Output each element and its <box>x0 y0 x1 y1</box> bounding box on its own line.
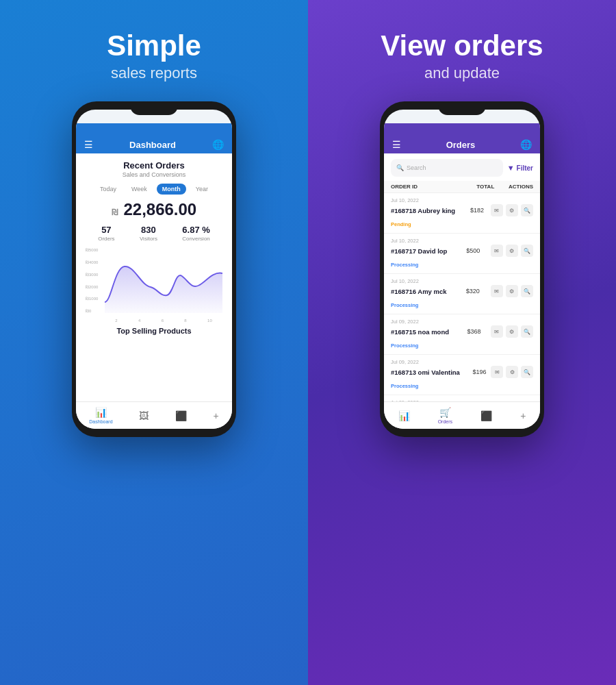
tab-year[interactable]: Year <box>190 184 214 195</box>
dashboard-title: Dashboard <box>129 140 176 150</box>
order-date-3: Jul 10, 2022 <box>391 278 533 284</box>
order-total-3: $320 <box>458 288 480 295</box>
right-panel: View orders and update ☰ Orders 🌐 🔍 <box>308 0 616 685</box>
email-btn-2[interactable]: ✉ <box>491 245 503 257</box>
right-notch <box>438 101 486 115</box>
orders-nav-orders-label: Orders <box>438 419 452 424</box>
order-actions-4: ✉ ⚙ 🔍 <box>491 325 533 338</box>
status-badge-5: Processing <box>391 382 418 390</box>
dashboard-screen: ☰ Dashboard 🌐 Recent Orders Sales and Co… <box>76 110 232 429</box>
view-btn-1[interactable]: 🔍 <box>521 204 533 216</box>
top-selling-title: Top Selling Products <box>86 327 222 335</box>
order-actions-2: ✉ ⚙ 🔍 <box>491 245 533 257</box>
dashboard-header: ☰ Dashboard 🌐 <box>76 123 232 153</box>
tab-month[interactable]: Month <box>157 184 186 195</box>
search-box[interactable]: 🔍 Search <box>391 159 503 177</box>
revenue-amount: ₪ 22,866.00 <box>86 200 222 219</box>
orders-screen: ☰ Orders 🌐 🔍 Search ▼ Filter <box>384 110 540 429</box>
left-panel: Simple sales reports ☰ Dashboard 🌐 Recen… <box>0 0 308 685</box>
orders-nav-chart-icon: 📊 <box>398 410 410 421</box>
order-row-1: Jul 10, 2022 #168718 Aubrey king $182 ✉ … <box>384 193 540 234</box>
order-actions-5: ✉ ⚙ 🔍 <box>491 366 533 378</box>
order-total-4: $368 <box>459 328 481 335</box>
status-badge-3: Processing <box>391 301 418 309</box>
orders-nav-item-3[interactable]: ⬛ <box>480 410 492 421</box>
recent-orders-title: Recent Orders <box>86 160 222 171</box>
left-panel-title: Simple <box>107 30 201 62</box>
globe-icon[interactable]: 🌐 <box>212 139 224 150</box>
order-row-3: Jul 10, 2022 #168716 Amy mck $320 ✉ ⚙ 🔍 … <box>384 274 540 314</box>
settings-btn-3[interactable]: ⚙ <box>506 285 518 297</box>
orders-nav-add[interactable]: + <box>520 410 526 421</box>
right-panel-title: View orders <box>381 30 543 62</box>
search-filter-row: 🔍 Search ▼ Filter <box>384 153 540 181</box>
left-panel-subtitle: sales reports <box>111 64 197 82</box>
order-date-4: Jul 09, 2022 <box>391 319 533 325</box>
orders-content: 🔍 Search ▼ Filter ORDER ID TOTAL ACTIONS <box>384 153 540 401</box>
visitors-stat: 830 Visitors <box>140 225 157 242</box>
orders-table-header: ORDER ID TOTAL ACTIONS <box>384 181 540 193</box>
order-date-5: Jul 09, 2022 <box>391 359 533 365</box>
nav-item-2[interactable]: 🖼 <box>139 410 149 421</box>
email-btn-4[interactable]: ✉ <box>491 325 503 338</box>
orders-header: ☰ Orders 🌐 <box>384 123 540 153</box>
notch <box>130 101 178 115</box>
order-actions-1: ✉ ⚙ 🔍 <box>491 204 533 216</box>
status-badge-4: Processing <box>391 342 418 349</box>
left-phone-frame: ☰ Dashboard 🌐 Recent Orders Sales and Co… <box>72 101 236 437</box>
order-id-name-2: #168717 David lop <box>391 247 447 255</box>
th-total: TOTAL <box>462 184 494 190</box>
nav-item-3[interactable]: ⬛ <box>175 410 187 421</box>
settings-btn-1[interactable]: ⚙ <box>506 204 518 216</box>
status-badge-2: Processing <box>391 261 418 269</box>
settings-btn-2[interactable]: ⚙ <box>506 245 518 257</box>
orders-nav-dashboard[interactable]: 📊 <box>398 410 410 421</box>
stats-row: 57 Orders 830 Visitors 6.87 % Conversion <box>86 225 222 242</box>
chart-svg <box>105 247 222 313</box>
menu-icon[interactable]: ☰ <box>84 139 93 150</box>
visitors-label: Visitors <box>140 236 157 242</box>
order-actions-3: ✉ ⚙ 🔍 <box>491 285 533 297</box>
orders-title: Orders <box>446 140 476 150</box>
th-order-id: ORDER ID <box>391 184 462 190</box>
order-id-name-1: #168718 Aubrey king <box>391 207 455 214</box>
settings-btn-5[interactable]: ⚙ <box>506 366 518 378</box>
order-date-1: Jul 10, 2022 <box>391 197 533 203</box>
orders-nav-orders[interactable]: 🛒 Orders <box>438 407 452 424</box>
orders-nav: 📊 🛒 Orders ⬛ + <box>384 401 540 429</box>
nav-icon-2: 🖼 <box>139 410 149 421</box>
filter-button[interactable]: ▼ Filter <box>507 164 533 172</box>
nav-add[interactable]: + <box>213 410 218 421</box>
chart-y-axis: ₪5000 ₪4000 ₪3000 ₪2000 ₪1000 ₪0 <box>86 247 105 313</box>
email-btn-1[interactable]: ✉ <box>491 204 503 216</box>
order-row-6: Jul 09, 2022 #168712 rylee Allison $530 … <box>384 395 540 401</box>
email-btn-5[interactable]: ✉ <box>491 366 503 378</box>
view-btn-4[interactable]: 🔍 <box>521 325 533 338</box>
orders-menu-icon[interactable]: ☰ <box>392 139 401 150</box>
nav-add-icon: + <box>213 410 218 421</box>
email-btn-3[interactable]: ✉ <box>491 285 503 297</box>
chart-area <box>105 247 222 313</box>
recent-orders-sub: Sales and Conversions <box>86 171 222 178</box>
settings-btn-4[interactable]: ⚙ <box>506 325 518 338</box>
nav-dashboard[interactable]: 📊 Dashboard <box>89 407 112 424</box>
orders-nav-icon-3: ⬛ <box>480 410 492 421</box>
order-date-2: Jul 10, 2022 <box>391 238 533 244</box>
tab-week[interactable]: Week <box>126 184 153 195</box>
filter-icon: ▼ <box>507 164 515 172</box>
search-icon: 🔍 <box>396 164 404 171</box>
conversion-value: 6.87 % <box>182 225 209 235</box>
nav-icon-3: ⬛ <box>175 410 187 421</box>
orders-globe-icon[interactable]: 🌐 <box>520 139 532 150</box>
sales-chart: ₪5000 ₪4000 ₪3000 ₪2000 ₪1000 ₪0 <box>86 247 222 323</box>
order-id-name-5: #168713 omi Valentina <box>391 369 460 376</box>
view-btn-2[interactable]: 🔍 <box>521 245 533 257</box>
orders-nav-orders-icon: 🛒 <box>439 407 451 418</box>
dashboard-nav: 📊 Dashboard 🖼 ⬛ + <box>76 401 232 429</box>
tab-today[interactable]: Today <box>94 184 122 195</box>
order-id-name-3: #168716 Amy mck <box>391 288 447 295</box>
view-btn-3[interactable]: 🔍 <box>521 285 533 297</box>
view-btn-5[interactable]: 🔍 <box>521 366 533 378</box>
order-id-name-4: #168715 noa mond <box>391 328 449 336</box>
orders-label: Orders <box>98 236 114 242</box>
